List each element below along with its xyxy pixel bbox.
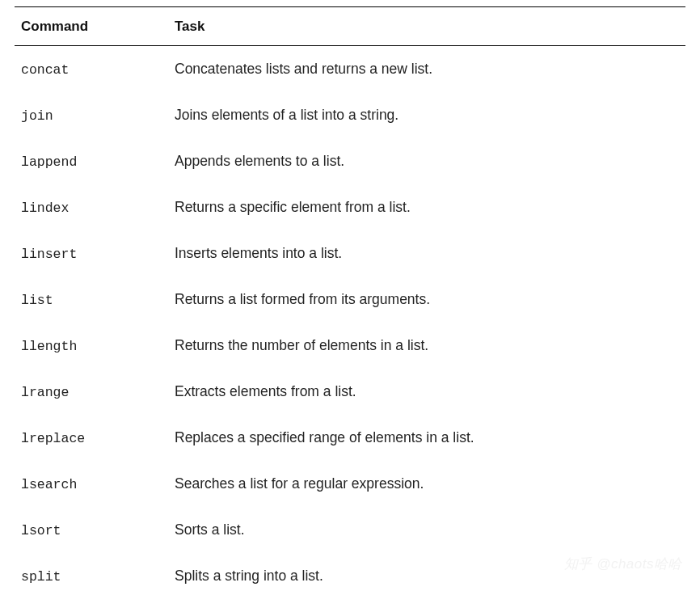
cmd-name: list — [21, 293, 53, 308]
cmd-task: Extracts elements from a list. — [168, 369, 685, 415]
cmd-task: Appends elements to a list. — [168, 138, 685, 184]
cmd-name: lsearch — [21, 477, 77, 492]
cmd-task: Splits a string into a list. — [168, 553, 685, 591]
table-row: concat Concatenates lists and returns a … — [15, 46, 685, 93]
table-row: lindex Returns a specific element from a… — [15, 184, 685, 230]
command-table: Command Task concat Concatenates lists a… — [15, 6, 685, 591]
cmd-name: concat — [21, 62, 69, 78]
cmd-name: lindex — [21, 201, 69, 216]
cmd-task: Searches a list for a regular expression… — [168, 461, 685, 507]
table-row: join Joins elements of a list into a str… — [15, 92, 685, 138]
cmd-name: split — [21, 569, 61, 585]
table-row: lrange Extracts elements from a list. — [15, 369, 685, 415]
cmd-task: Returns a specific element from a list. — [168, 184, 685, 230]
table-row: lappend Appends elements to a list. — [15, 138, 685, 184]
cmd-task: Concatenates lists and returns a new lis… — [168, 46, 685, 93]
cmd-task: Returns the number of elements in a list… — [168, 323, 685, 369]
cmd-name: lappend — [21, 154, 77, 170]
table-row: lreplace Replaces a specified range of e… — [15, 415, 685, 461]
cmd-task: Inserts elements into a list. — [168, 230, 685, 277]
cmd-task: Returns a list formed from its arguments… — [168, 277, 685, 323]
table-row: llength Returns the number of elements i… — [15, 323, 685, 369]
header-task: Task — [168, 7, 685, 46]
command-table-wrapper: Command Task concat Concatenates lists a… — [0, 0, 700, 591]
table-row: split Splits a string into a list. — [15, 553, 685, 591]
cmd-name: join — [21, 108, 53, 124]
cmd-name: lreplace — [21, 431, 85, 446]
cmd-name: lrange — [21, 385, 69, 400]
cmd-name: llength — [21, 339, 77, 354]
table-row: lsearch Searches a list for a regular ex… — [15, 461, 685, 507]
cmd-task: Joins elements of a list into a string. — [168, 92, 685, 138]
table-body: concat Concatenates lists and returns a … — [15, 46, 685, 592]
table-row: list Returns a list formed from its argu… — [15, 277, 685, 323]
cmd-task: Sorts a list. — [168, 507, 685, 553]
table-row: linsert Inserts elements into a list. — [15, 230, 685, 277]
cmd-name: linsert — [21, 247, 77, 262]
cmd-name: lsort — [21, 523, 61, 538]
cmd-task: Replaces a specified range of elements i… — [168, 415, 685, 461]
table-row: lsort Sorts a list. — [15, 507, 685, 553]
table-header-row: Command Task — [15, 7, 685, 46]
header-command: Command — [15, 7, 168, 46]
